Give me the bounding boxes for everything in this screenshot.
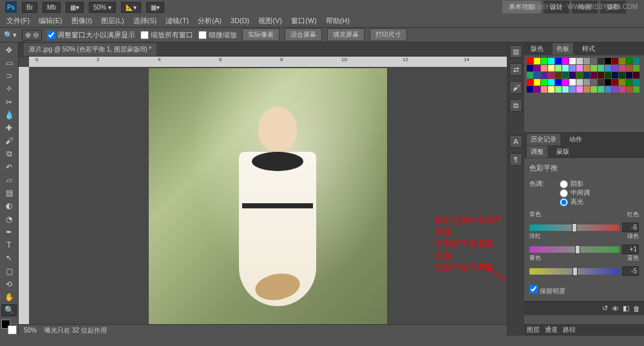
shape-tool[interactable]: ▢ bbox=[1, 265, 17, 277]
print-size-button[interactable]: 打印尺寸 bbox=[370, 28, 407, 41]
color-balance-slider-1[interactable] bbox=[529, 246, 620, 253]
document-tab[interactable]: 原片.jpg @ 50% (色彩平衡 1, 图层蒙版/8) * bbox=[24, 43, 156, 56]
eyedropper-tool[interactable]: 💧 bbox=[1, 109, 17, 121]
menu-3d[interactable]: 3D(D) bbox=[227, 15, 253, 26]
slider-right-label: 绿色 bbox=[627, 232, 639, 241]
color-panel-tabs: 版色 色板 样式 bbox=[524, 42, 644, 55]
ps-logo: Ps bbox=[5, 1, 17, 13]
mini-paragraph-icon[interactable]: ¶ bbox=[509, 153, 522, 166]
view-rulers[interactable]: 📐▾ bbox=[121, 2, 141, 13]
history-brush-tool[interactable]: ↶ bbox=[1, 161, 17, 173]
visibility-icon[interactable]: 👁 bbox=[612, 305, 619, 313]
type-tool[interactable]: T bbox=[1, 239, 17, 251]
stamp-tool[interactable]: ⧉ bbox=[1, 148, 17, 160]
arrange-button[interactable]: ▦▾ bbox=[66, 2, 84, 13]
menu-window[interactable]: 窗口(W) bbox=[287, 15, 321, 27]
clip-icon[interactable]: ◧ bbox=[623, 304, 629, 313]
move-tool[interactable]: ✥ bbox=[1, 44, 17, 56]
image-content bbox=[149, 68, 387, 324]
mini-character-icon[interactable]: A bbox=[509, 135, 522, 148]
tab-channels[interactable]: 通道 bbox=[545, 325, 558, 334]
menu-edit[interactable]: 编辑(E) bbox=[35, 15, 66, 27]
delete-icon[interactable]: 🗑 bbox=[633, 305, 640, 313]
slider-value-0[interactable] bbox=[622, 223, 639, 232]
gradient-tool[interactable]: ▤ bbox=[1, 187, 17, 199]
pen-tool[interactable]: ✒ bbox=[1, 226, 17, 238]
tone-midtones-radio[interactable] bbox=[560, 189, 568, 197]
mini-minibridge-icon[interactable]: ▥ bbox=[509, 45, 522, 58]
status-info: 曝光只在 32 位起作用 bbox=[44, 326, 107, 335]
menu-file[interactable]: 文件(F) bbox=[3, 15, 33, 27]
tab-layers[interactable]: 图层 bbox=[527, 325, 540, 334]
color-swatches[interactable] bbox=[1, 320, 17, 334]
color-balance-slider-2[interactable] bbox=[529, 268, 620, 275]
slider-left-label: 黄色 bbox=[529, 254, 541, 262]
options-bar: 🔍▾ ⊕ ⊖ 调整窗口大小以满屏显示 缩放所有窗口 细微缩放 实际像素 适合屏幕… bbox=[0, 27, 644, 42]
slider-value-2[interactable] bbox=[622, 266, 639, 276]
reset-icon[interactable]: ↺ bbox=[602, 304, 608, 313]
crop-tool[interactable]: ✂ bbox=[1, 96, 17, 108]
menu-help[interactable]: 帮助(H) bbox=[322, 15, 354, 27]
lasso-tool[interactable]: ⊃ bbox=[1, 69, 17, 82]
status-zoom[interactable]: 50% bbox=[24, 327, 37, 334]
eraser-tool[interactable]: ▱ bbox=[1, 174, 17, 186]
history-panel-tabs: 历史记录 动作 bbox=[524, 132, 644, 145]
menu-layer[interactable]: 图层(L) bbox=[97, 15, 128, 27]
zoom-tool[interactable]: 🔍 bbox=[1, 304, 17, 316]
menu-analysis[interactable]: 分析(A) bbox=[194, 15, 225, 27]
swatches-panel[interactable] bbox=[524, 55, 644, 132]
tone-label: 色调: bbox=[529, 179, 544, 188]
menu-view[interactable]: 视图(V) bbox=[254, 15, 286, 27]
br-button[interactable]: Br bbox=[22, 2, 37, 13]
hand-tool[interactable]: ✋ bbox=[1, 291, 17, 303]
color-balance-slider-0[interactable] bbox=[529, 224, 620, 231]
tone-highlights-radio[interactable] bbox=[560, 198, 568, 206]
opt-resize-window[interactable]: 调整窗口大小以满屏显示 bbox=[47, 30, 135, 40]
3d-tool[interactable]: ⟲ bbox=[1, 278, 17, 290]
status-bar: 50% 曝光只在 32 位起作用 bbox=[19, 324, 507, 336]
dodge-tool[interactable]: ◔ bbox=[1, 213, 17, 225]
tone-shadows-radio[interactable] bbox=[560, 180, 568, 188]
adjustment-title: 色彩平衡 bbox=[529, 163, 639, 173]
tab-styles[interactable]: 样式 bbox=[578, 43, 599, 55]
slider-left-label: 青色 bbox=[529, 210, 541, 219]
tab-history[interactable]: 历史记录 bbox=[527, 134, 560, 145]
brush-tool[interactable]: 🖌 bbox=[1, 135, 17, 147]
menu-select[interactable]: 选择(S) bbox=[129, 15, 161, 27]
tab-color[interactable]: 版色 bbox=[527, 43, 547, 55]
path-tool[interactable]: ↖ bbox=[1, 252, 17, 264]
view-extras[interactable]: ▦▾ bbox=[146, 2, 164, 13]
mb-button[interactable]: Mb bbox=[43, 2, 61, 13]
opt-scrubby[interactable]: 细微缩放 bbox=[198, 30, 237, 40]
fill-screen-button[interactable]: 填充屏幕 bbox=[327, 28, 365, 41]
tab-swatches[interactable]: 色板 bbox=[553, 43, 573, 55]
preserve-luminosity-check[interactable]: 保留明度 bbox=[529, 285, 639, 296]
tab-actions[interactable]: 动作 bbox=[565, 134, 586, 145]
mini-swap-icon[interactable]: ⇄ bbox=[509, 63, 522, 76]
adjustments-panel-tabs: 调整 蒙版 bbox=[524, 145, 644, 158]
canvas[interactable]: 按照之前的方法再添加 个色彩平衡图层，对高 光进行如下调整 bbox=[29, 67, 507, 324]
slider-left-label: 洋红 bbox=[529, 232, 541, 241]
wand-tool[interactable]: ✧ bbox=[1, 83, 17, 95]
tab-masks[interactable]: 蒙版 bbox=[553, 146, 573, 158]
opt-zoom-all[interactable]: 缩放所有窗口 bbox=[140, 30, 193, 40]
mini-brush-icon[interactable]: 🖌 bbox=[509, 81, 522, 94]
zoom-select[interactable]: 50% ▾ bbox=[89, 2, 116, 13]
menu-filter[interactable]: 滤镜(T) bbox=[162, 15, 193, 27]
tab-paths[interactable]: 路径 bbox=[563, 325, 576, 334]
adjustments-footer: ↺ 👁 ◧ 🗑 bbox=[524, 301, 644, 315]
healing-tool[interactable]: ✚ bbox=[1, 122, 17, 134]
actual-pixels-button[interactable]: 实际像素 bbox=[242, 28, 279, 41]
blur-tool[interactable]: ◐ bbox=[1, 200, 17, 212]
slider-value-1[interactable] bbox=[622, 244, 639, 254]
ruler-vertical bbox=[19, 67, 29, 324]
fit-screen-button[interactable]: 适合屏幕 bbox=[285, 28, 322, 41]
marquee-tool[interactable]: ▭ bbox=[1, 57, 17, 69]
zoom-mode[interactable]: ⊕ ⊖ bbox=[22, 30, 42, 41]
mini-clone-icon[interactable]: ⧉ bbox=[509, 99, 522, 112]
tab-adjustments[interactable]: 调整 bbox=[527, 146, 547, 158]
slider-right-label: 蓝色 bbox=[627, 254, 639, 262]
menu-image[interactable]: 图像(I) bbox=[68, 15, 96, 27]
watermark: 思缘设计论坛 · WWW.MISSYUAN.COM bbox=[524, 3, 638, 12]
toolbox: ✥ ▭ ⊃ ✧ ✂ 💧 ✚ 🖌 ⧉ ↶ ▱ ▤ ◐ ◔ ✒ T ↖ ▢ ⟲ ✋ … bbox=[0, 42, 18, 336]
